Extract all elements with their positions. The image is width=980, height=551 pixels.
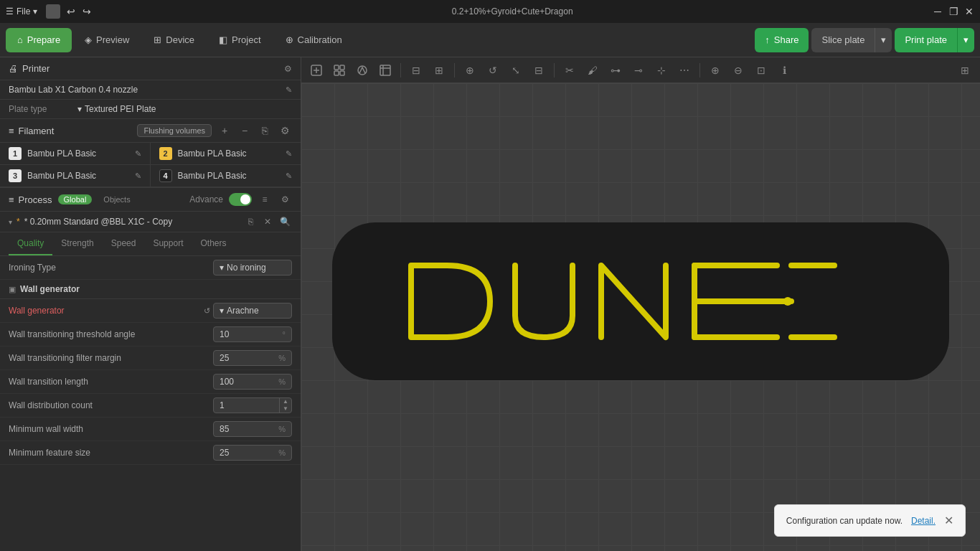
filament-edit-2[interactable]: ✎ — [286, 149, 292, 159]
project-button[interactable]: ◧ Project — [207, 28, 272, 52]
wall-filter-unit: % — [278, 354, 286, 362]
window-controls: ─ ❐ ✕ — [933, 6, 974, 17]
info-tool[interactable]: ℹ — [773, 60, 795, 80]
wall-gen-group-title: Wall generator — [20, 284, 80, 294]
wall-dist-down[interactable]: ▼ — [280, 405, 291, 413]
grid-view-tool[interactable] — [329, 60, 350, 80]
config-close-icon[interactable]: ✕ — [260, 215, 275, 229]
tab-speed[interactable]: Speed — [103, 232, 145, 255]
wall-generator-group-header[interactable]: ▣ Wall generator — [0, 280, 301, 299]
move-tool[interactable]: ⊕ — [459, 60, 481, 80]
filament-edit-4[interactable]: ✎ — [286, 171, 292, 181]
notification-close-button[interactable]: ✕ — [944, 514, 953, 527]
support-tool[interactable]: ⊶ — [605, 60, 626, 80]
tab-quality[interactable]: Quality — [9, 232, 52, 255]
share-icon: ↑ — [765, 34, 770, 45]
wall-gen-value-text: Arachne — [227, 306, 259, 316]
split-view-tool[interactable]: ⊟ — [405, 60, 427, 80]
wall-threshold-label: Wall transitioning threshold angle — [9, 329, 213, 339]
paint-tool[interactable]: 🖌 — [582, 60, 603, 80]
more-tool[interactable]: ⋯ — [674, 60, 695, 80]
rotate-tool[interactable]: ↺ — [482, 60, 504, 80]
arrange-tool[interactable] — [374, 60, 396, 80]
flushing-volumes-button[interactable]: Flushing volumes — [137, 124, 212, 137]
ironing-type-select[interactable]: ▾ No ironing — [213, 260, 292, 276]
filament-add-button[interactable]: + — [217, 123, 232, 138]
slice-button[interactable]: Slice plate — [811, 28, 875, 52]
printer-gear-icon[interactable]: ⚙ — [284, 64, 292, 74]
process-title-label: Process — [19, 194, 52, 205]
fit-tool[interactable]: ⊡ — [750, 60, 772, 80]
print-arrow-button[interactable]: ▾ — [958, 28, 974, 52]
hamburger-icon: ☰ — [6, 6, 14, 17]
fdm-support-tool[interactable]: ⊹ — [651, 60, 672, 80]
tag-global[interactable]: Global — [58, 194, 93, 204]
process-list-icon[interactable]: ≡ — [258, 192, 272, 207]
flatten-tool[interactable]: ⊟ — [528, 60, 550, 80]
wall-filter-input[interactable]: 25 % — [213, 350, 292, 366]
menu-button[interactable]: ☰ File ▾ — [6, 6, 37, 17]
wall-generator-select[interactable]: ▾ Arachne — [213, 303, 292, 319]
notification-detail-link[interactable]: Detail. — [911, 516, 936, 526]
calibration-button[interactable]: ⊕ Calibration — [274, 28, 354, 52]
wall-gen-refresh-icon[interactable]: ↺ — [204, 306, 210, 316]
file-menu-label[interactable]: File — [17, 6, 30, 17]
filament-num-1: 1 — [9, 147, 22, 160]
notification-banner: Configuration can update now. Detail. ✕ — [774, 504, 966, 537]
wall-threshold-number: 10 — [220, 329, 229, 339]
tab-support[interactable]: Support — [144, 232, 192, 255]
min-wall-input[interactable]: 85 % — [213, 421, 292, 437]
advance-toggle[interactable] — [229, 193, 252, 206]
toggle-switch[interactable] — [229, 193, 252, 206]
add-object-tool[interactable] — [306, 60, 327, 80]
plate-type-value[interactable]: ▾ Textured PEI Plate — [77, 104, 156, 114]
undo-title-button[interactable]: ↩ — [66, 6, 76, 17]
prepare-button[interactable]: ⌂ Prepare — [6, 28, 72, 52]
filament-copy-button[interactable]: ⎘ — [258, 123, 272, 138]
config-search-icon[interactable]: 🔍 — [278, 215, 292, 229]
orient-tool[interactable] — [352, 60, 373, 80]
filament-item-1: 1 Bambu PLA Basic ✎ — [0, 143, 151, 165]
wall-threshold-input[interactable]: 10 ° — [213, 326, 292, 342]
scale-tool[interactable]: ⤡ — [505, 60, 527, 80]
wall-dist-spinbox[interactable]: 1 ▲ ▼ — [213, 397, 292, 413]
zoom-in-tool[interactable]: ⊕ — [705, 60, 726, 80]
tag-objects[interactable]: Objects — [98, 194, 136, 204]
filament-edit-1[interactable]: ✎ — [135, 149, 141, 159]
wall-transition-input[interactable]: 100 % — [213, 374, 292, 390]
config-save-icon[interactable]: ⎘ — [243, 215, 258, 229]
filament-gear-button[interactable]: ⚙ — [278, 123, 292, 138]
seam-tool[interactable]: ⊸ — [628, 60, 649, 80]
tab-strength[interactable]: Strength — [52, 232, 102, 255]
filament-remove-button[interactable]: − — [237, 123, 252, 138]
list-view-tool[interactable]: ⊞ — [428, 60, 450, 80]
min-feature-input[interactable]: 25 % — [213, 445, 292, 461]
config-expand-icon[interactable]: ▾ — [9, 218, 12, 226]
minimize-button[interactable]: ─ — [933, 6, 943, 17]
dune-object[interactable] — [332, 222, 949, 380]
settings-panel-toggle[interactable]: ⊞ — [954, 60, 976, 80]
close-button[interactable]: ✕ — [964, 6, 974, 17]
titlebar: ☰ File ▾ ↩ ↪ 0.2+10%+Gyroid+Cute+Dragon … — [0, 0, 980, 23]
slice-arrow-button[interactable]: ▾ — [875, 28, 892, 52]
printer-edit-icon[interactable]: ✎ — [286, 85, 292, 95]
share-button[interactable]: ↑ Share — [755, 28, 809, 52]
maximize-button[interactable]: ❐ — [948, 6, 958, 17]
preview-icon: ◈ — [85, 34, 92, 45]
canvas-toolbar: ⊟ ⊞ ⊕ ↺ ⤡ ⊟ ✂ 🖌 ⊶ ⊸ ⊹ ⋯ ⊕ ⊖ ⊡ ℹ ⊞ — [301, 57, 980, 83]
zoom-out-tool[interactable]: ⊖ — [727, 60, 749, 80]
filament-edit-3[interactable]: ✎ — [135, 171, 141, 181]
printer-icon: 🖨 — [9, 63, 18, 74]
device-button[interactable]: ⊞ Device — [142, 28, 206, 52]
notification-text: Configuration can update now. — [786, 516, 903, 526]
preview-button[interactable]: ◈ Preview — [73, 28, 141, 52]
wall-transition-unit: % — [278, 377, 286, 386]
process-settings-icon[interactable]: ⚙ — [278, 192, 292, 207]
dune-svg — [390, 251, 892, 352]
tab-others[interactable]: Others — [192, 232, 235, 255]
redo-title-button[interactable]: ↪ — [82, 6, 92, 17]
cut-tool[interactable]: ✂ — [559, 60, 580, 80]
print-button[interactable]: Print plate — [895, 28, 958, 52]
wall-dist-value: 1 ▲ ▼ — [213, 397, 292, 413]
wall-dist-up[interactable]: ▲ — [280, 398, 291, 405]
